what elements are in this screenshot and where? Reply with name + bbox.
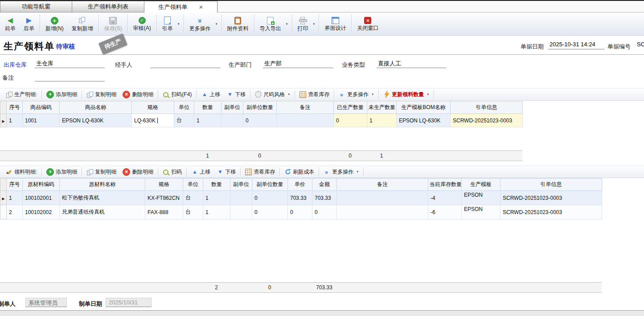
grid-cell[interactable]: -4 bbox=[428, 191, 462, 205]
grid-header-cell[interactable]: 副单位数量 bbox=[252, 178, 288, 191]
grid-cell[interactable]: 100102002 bbox=[23, 205, 60, 219]
grid-cell[interactable] bbox=[337, 205, 428, 219]
s1-delete-row-button[interactable]: × 删除明细 bbox=[119, 89, 156, 100]
grid-header-cell[interactable]: 备注 bbox=[277, 101, 334, 114]
grid-header-cell[interactable]: 单位 bbox=[174, 101, 194, 114]
s1-add-row-button[interactable]: + 添加明细 bbox=[43, 89, 80, 100]
dropdown-caret[interactable]: ▼ bbox=[285, 12, 291, 35]
s2-view-stock-button[interactable]: 查看库存 bbox=[242, 166, 278, 177]
grid-cell[interactable]: 1 bbox=[7, 191, 23, 205]
dropdown-caret[interactable]: ▼ bbox=[215, 12, 220, 35]
grid-header-cell[interactable]: 金额 bbox=[312, 178, 337, 191]
doc-number-field[interactable]: SC bbox=[636, 40, 644, 49]
close-window-button[interactable]: × 关闭窗口 bbox=[353, 12, 382, 35]
grid-cell[interactable]: 1 bbox=[203, 191, 230, 205]
s1-scan-button[interactable]: 扫码(F4) bbox=[160, 89, 195, 100]
s2-more-actions-button[interactable]: » 更多操作 ▼ bbox=[320, 166, 362, 177]
table-row[interactable]: ▶ 1 100102001 松下热敏传真机 KX-FT862CN 台 1 0 7… bbox=[0, 191, 602, 205]
add-new-button[interactable]: + 新增(N) bbox=[41, 12, 68, 35]
grid-header-cell[interactable]: 商品编码 bbox=[23, 101, 60, 114]
grid-cell[interactable]: 2 bbox=[7, 205, 23, 219]
grid-header-cell[interactable]: 副单位 bbox=[230, 178, 252, 191]
grid-header-cell[interactable]: 单价 bbox=[288, 178, 312, 191]
grid-header-cell[interactable]: 序号 bbox=[7, 101, 23, 114]
grid-cell[interactable]: 0 bbox=[288, 205, 312, 219]
s1-more-actions-button[interactable]: » 更多操作 ▼ bbox=[336, 89, 377, 100]
dropdown-caret[interactable]: ▼ bbox=[287, 93, 290, 96]
next-doc-button[interactable]: ▶ 后单 bbox=[20, 12, 38, 35]
grid-header-cell[interactable]: 原材料名称 bbox=[60, 178, 145, 191]
table-row[interactable]: ▶ 1 1001 EPSON LQ-630K LQ-630K 台 1 0 0 1… bbox=[0, 114, 523, 127]
grid-header-cell[interactable]: 序号 bbox=[7, 178, 23, 191]
table-row[interactable]: 2 100102002 兄弟普通纸传真机 FAX-888 台 1 0 0 0 -… bbox=[0, 205, 602, 219]
handler-field[interactable] bbox=[150, 59, 221, 68]
tab-requisition-form[interactable]: 生产领料单 × bbox=[144, 1, 217, 12]
import-export-button[interactable]: ▶ 导入导出 bbox=[256, 12, 285, 35]
grid-cell[interactable]: 台 bbox=[183, 205, 203, 219]
dropdown-caret[interactable]: ▼ bbox=[177, 12, 182, 35]
doc-date-field[interactable]: 2025-10-31 14:24 bbox=[548, 40, 605, 49]
grid-cell[interactable]: 1001 bbox=[23, 114, 60, 127]
grid-cell[interactable]: 0 bbox=[252, 205, 288, 219]
grid-header-cell[interactable]: 原材料编码 bbox=[23, 178, 60, 191]
s1-size-style-button[interactable]: 尺码风格 ▼ bbox=[252, 89, 293, 100]
attachments-button[interactable]: 附件资料 bbox=[223, 12, 253, 35]
grid-cell[interactable]: 1 bbox=[367, 114, 397, 127]
grid-cell[interactable]: -6 bbox=[428, 205, 462, 219]
grid-cell-editing[interactable]: LQ-630K bbox=[132, 114, 174, 127]
s2-scan-button[interactable]: 扫码 bbox=[160, 166, 185, 177]
grid-cell[interactable]: 台 bbox=[183, 191, 203, 205]
s1-move-down-button[interactable]: ▼ 下移 bbox=[223, 89, 249, 100]
grid-cell[interactable]: EPSON bbox=[462, 205, 500, 219]
s2-refresh-cost-button[interactable]: 刷新成本 bbox=[281, 166, 317, 177]
grid-header-cell[interactable]: 引单信息 bbox=[500, 178, 602, 191]
print-button[interactable]: 打印 bbox=[294, 12, 312, 35]
s2-move-up-button[interactable]: ▲ 上移 bbox=[188, 166, 213, 177]
grid-cell[interactable]: EPSON bbox=[462, 191, 500, 205]
grid-cell[interactable] bbox=[230, 191, 252, 205]
grid-cell[interactable]: EPSON LQ-630K bbox=[60, 114, 132, 127]
s2-copy-row-button[interactable]: 复制明细 bbox=[83, 166, 119, 177]
dropdown-caret[interactable]: ▼ bbox=[312, 12, 318, 35]
prev-doc-button[interactable]: ◀ 前单 bbox=[1, 12, 20, 35]
warehouse-field[interactable]: 主仓库 bbox=[35, 59, 105, 68]
grid-header-cell[interactable]: 备注 bbox=[337, 178, 428, 191]
grid-cell[interactable]: SCRWD-20251023-0003 bbox=[500, 205, 602, 219]
grid-cell[interactable] bbox=[277, 114, 334, 127]
grid-cell[interactable]: SCRWD-20251023-0003 bbox=[451, 114, 523, 127]
dept-field[interactable]: 生产部 bbox=[263, 59, 333, 68]
grid-header-cell[interactable]: 未生产数量 bbox=[367, 101, 397, 114]
s1-view-stock-button[interactable]: 查看库存 bbox=[296, 89, 332, 100]
s2-move-down-button[interactable]: ▼ 下移 bbox=[213, 166, 239, 177]
s2-delete-row-button[interactable]: × 删除明细 bbox=[119, 166, 156, 177]
grid-header-cell[interactable]: 副单位数量 bbox=[243, 101, 277, 114]
grid-cell[interactable]: 703.33 bbox=[312, 191, 337, 205]
more-actions-button[interactable]: » 更多操作 bbox=[185, 12, 215, 35]
dropdown-caret[interactable]: ▼ bbox=[356, 170, 359, 173]
grid-cell[interactable]: 1 bbox=[7, 114, 23, 127]
grid-header-cell[interactable]: 规格 bbox=[132, 101, 174, 114]
grid-header-cell[interactable]: 规格 bbox=[145, 178, 183, 191]
grid-cell[interactable]: 0 bbox=[334, 114, 367, 127]
dropdown-caret[interactable]: ▼ bbox=[371, 93, 374, 96]
copy-new-button[interactable]: 复制新增 bbox=[68, 12, 97, 35]
grid-cell[interactable]: 0 bbox=[252, 191, 288, 205]
grid-cell[interactable]: 松下热敏传真机 bbox=[60, 191, 145, 205]
grid-header-cell[interactable]: 数量 bbox=[203, 178, 230, 191]
grid-header-cell[interactable]: 当前库存数量 bbox=[428, 178, 462, 191]
tab-nav-window[interactable]: 功能导航窗 bbox=[0, 1, 72, 12]
grid-header-cell[interactable]: 生产模板BOM名称 bbox=[397, 101, 451, 114]
grid-cell[interactable]: 1 bbox=[194, 114, 222, 127]
grid-cell[interactable]: 0 bbox=[243, 114, 277, 127]
grid-cell[interactable] bbox=[222, 114, 243, 127]
grid-cell[interactable]: FAX-888 bbox=[145, 205, 183, 219]
s2-add-row-button[interactable]: + 添加明细 bbox=[43, 166, 80, 177]
grid-cell[interactable]: EPSON LQ-630K bbox=[397, 114, 451, 127]
tab-requisition-list[interactable]: 生产领料单列表 bbox=[72, 1, 144, 12]
grid-cell[interactable]: 0 bbox=[312, 205, 337, 219]
dropdown-caret[interactable]: ▼ bbox=[427, 93, 429, 96]
grid-header-cell[interactable]: 商品名称 bbox=[60, 101, 132, 114]
grid-cell[interactable]: 兄弟普通纸传真机 bbox=[60, 205, 145, 219]
grid-cell[interactable] bbox=[337, 191, 428, 205]
note-field[interactable] bbox=[35, 72, 105, 81]
